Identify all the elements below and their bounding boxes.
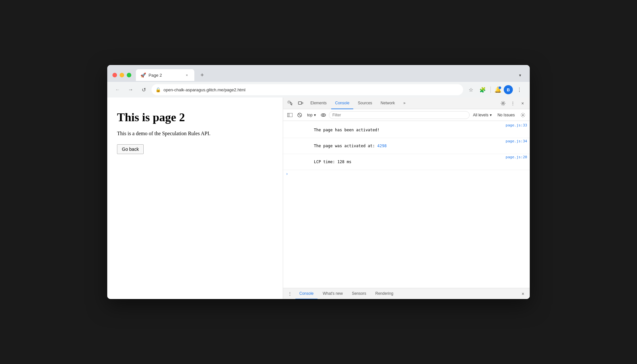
page-title: This is page 2 — [117, 110, 273, 124]
svg-rect-1 — [298, 102, 302, 104]
devtools-close-button[interactable]: × — [518, 99, 527, 108]
minimize-window-button[interactable] — [120, 73, 124, 77]
go-back-button[interactable]: Go back — [117, 144, 144, 154]
bottom-tab-sensors[interactable]: Sensors — [348, 288, 370, 299]
devtools-tab-sources[interactable]: Sources — [354, 98, 376, 109]
console-prompt[interactable]: › — [283, 170, 530, 177]
svg-line-7 — [298, 114, 301, 116]
devtools-tab-console[interactable]: Console — [331, 98, 353, 109]
bottom-menu-button[interactable]: ⋮ — [286, 290, 294, 298]
tab-title: Page 2 — [149, 73, 181, 78]
address-bar[interactable]: 🔒 open-chalk-asparagus.glitch.me/page2.h… — [151, 84, 463, 95]
bottom-tab-console[interactable]: Console — [295, 288, 318, 299]
console-settings-button[interactable] — [519, 111, 527, 119]
devtools-notification-button[interactable]: 🔔 — [493, 85, 502, 94]
devtools-tab-network[interactable]: Network — [377, 98, 399, 109]
console-eye-button[interactable] — [319, 111, 328, 119]
devtools-panel: Elements Console Sources Network » — [283, 98, 530, 299]
browser-toolbar: ← → ↺ 🔒 open-chalk-asparagus.glitch.me/p… — [107, 82, 530, 98]
tab-favicon-icon: 🚀 — [140, 72, 146, 78]
console-line-3: LCP time: 128 ms page.js:20 — [283, 154, 530, 170]
console-line-1: The page has been activated! page.js:33 — [283, 122, 530, 138]
active-tab[interactable]: 🚀 Page 2 × — [136, 69, 194, 81]
console-chevron-icon: › — [286, 171, 288, 176]
browser-window: 🚀 Page 2 × + ▾ ← → ↺ 🔒 open-chalk-aspara… — [107, 65, 530, 299]
devtools-tool-icons — [286, 99, 305, 108]
back-button[interactable]: ← — [112, 84, 123, 95]
svg-point-10 — [522, 114, 524, 116]
devtools-more-button[interactable]: ⋮ — [508, 99, 517, 108]
devtools-tab-more[interactable]: » — [399, 98, 410, 109]
extensions-button[interactable]: 🧩 — [477, 84, 488, 95]
page-content: This is page 2 This is a demo of the Spe… — [107, 98, 283, 299]
bottom-tab-rendering[interactable]: Rendering — [371, 288, 397, 299]
devtools-settings-button[interactable] — [499, 99, 508, 108]
browser-menu-button[interactable]: ⋮ — [514, 84, 525, 95]
console-context-selector[interactable]: top ▾ — [305, 112, 318, 118]
svg-rect-2 — [302, 102, 303, 104]
forward-button[interactable]: → — [125, 84, 136, 95]
console-clear-button[interactable] — [295, 111, 304, 119]
page-description: This is a demo of the Speculation Rules … — [117, 131, 273, 136]
maximize-window-button[interactable] — [127, 73, 131, 77]
console-levels-selector[interactable]: All levels ▾ — [471, 112, 493, 118]
svg-point-3 — [502, 102, 504, 104]
svg-rect-0 — [288, 101, 290, 103]
console-source-2[interactable]: page.js:34 — [506, 139, 527, 143]
console-message-1: The page has been activated! — [286, 123, 503, 137]
devtools-tab-elements[interactable]: Elements — [306, 98, 331, 109]
console-message-2: The page was activated at: 4298 — [286, 139, 503, 153]
title-bar: 🚀 Page 2 × + ▾ — [107, 65, 530, 82]
console-message-3: LCP time: 128 ms — [286, 155, 503, 169]
address-text: open-chalk-asparagus.glitch.me/page2.htm… — [163, 87, 459, 92]
console-no-issues: No Issues — [495, 112, 517, 118]
tab-dropdown-button[interactable]: ▾ — [515, 71, 525, 80]
profile-avatar[interactable]: B — [504, 85, 513, 94]
devtools-tabs: Elements Console Sources Network » — [306, 98, 499, 109]
traffic-lights — [112, 73, 131, 77]
address-security-icon: 🔒 — [155, 87, 161, 92]
console-output: The page has been activated! page.js:33 … — [283, 121, 530, 288]
console-source-3[interactable]: page.js:20 — [506, 155, 527, 159]
bookmark-button[interactable]: ☆ — [466, 84, 476, 95]
svg-point-9 — [322, 114, 324, 116]
svg-rect-5 — [287, 113, 292, 117]
toolbar-separator — [490, 86, 491, 93]
tab-close-button[interactable]: × — [184, 72, 190, 78]
reload-button[interactable]: ↺ — [138, 84, 149, 95]
toolbar-right-actions: ☆ 🧩 🔔 B ⋮ — [466, 84, 525, 95]
close-window-button[interactable] — [112, 73, 117, 77]
bottom-close-button[interactable]: × — [519, 290, 527, 298]
console-source-1[interactable]: page.js:33 — [506, 123, 527, 127]
console-filter-input[interactable] — [329, 111, 470, 119]
bottom-tab-whats-new[interactable]: What's new — [319, 288, 347, 299]
console-sidebar-toggle[interactable] — [286, 111, 294, 119]
devtools-actions: ⋮ × — [499, 99, 527, 108]
main-area: This is page 2 This is a demo of the Spe… — [107, 98, 530, 299]
console-line-2: The page was activated at: 4298 page.js:… — [283, 138, 530, 154]
inspect-element-button[interactable] — [286, 99, 295, 108]
devtools-console-toolbar: top ▾ All levels ▾ No Issues — [283, 109, 530, 121]
device-toolbar-button[interactable] — [296, 99, 305, 108]
devtools-bottom-bar: ⋮ Console What's new Sensors Rendering × — [283, 288, 530, 299]
devtools-header: Elements Console Sources Network » — [283, 98, 530, 109]
new-tab-button[interactable]: + — [198, 71, 207, 80]
